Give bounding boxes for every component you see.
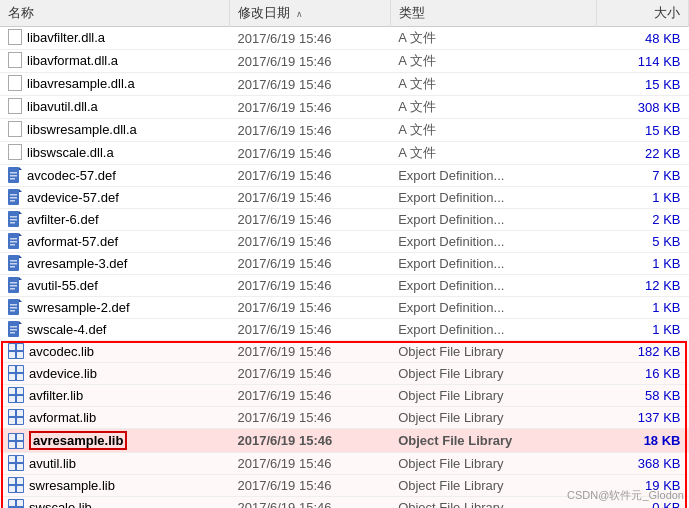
file-size-cell: 1 KB <box>597 253 689 275</box>
table-row[interactable]: swscale-4.def2017/6/19 15:46Export Defin… <box>0 319 689 341</box>
svg-rect-19 <box>10 244 15 246</box>
table-row[interactable]: avdevice.lib2017/6/19 15:46Object File L… <box>0 363 689 385</box>
file-date-cell: 2017/6/19 15:46 <box>230 209 391 231</box>
svg-rect-46 <box>9 366 15 372</box>
lib-file-icon <box>8 409 24 425</box>
lib-file-icon <box>8 477 24 493</box>
table-row[interactable]: libavformat.dll.a2017/6/19 15:46A 文件114 … <box>0 50 689 73</box>
file-size-cell: 48 KB <box>597 27 689 50</box>
file-size-cell: 114 KB <box>597 50 689 73</box>
file-name-cell[interactable]: avresample.lib <box>0 429 230 452</box>
file-name-cell[interactable]: swresample-2.def <box>0 297 230 317</box>
def-file-icon <box>8 277 22 293</box>
lib-file-icon <box>8 387 24 403</box>
file-name-cell[interactable]: avformat-57.def <box>0 231 230 251</box>
file-name-cell[interactable]: libavutil.dll.a <box>0 96 230 116</box>
file-name-cell[interactable]: avformat.lib <box>0 407 230 427</box>
svg-rect-64 <box>17 442 23 448</box>
file-name-cell[interactable]: avutil.lib <box>0 453 230 473</box>
file-name-cell[interactable]: swscale.lib <box>0 497 230 508</box>
file-type-cell: Object File Library <box>390 497 597 509</box>
file-date-cell: 2017/6/19 15:46 <box>230 363 391 385</box>
table-row[interactable]: swscale.lib2017/6/19 15:46Object File Li… <box>0 497 689 509</box>
table-row[interactable]: avcodec-57.def2017/6/19 15:46Export Defi… <box>0 165 689 187</box>
table-row[interactable]: libavfilter.dll.a2017/6/19 15:46A 文件48 K… <box>0 27 689 50</box>
table-row[interactable]: avfilter-6.def2017/6/19 15:46Export Defi… <box>0 209 689 231</box>
table-row[interactable]: avutil.lib2017/6/19 15:46Object File Lib… <box>0 453 689 475</box>
a-file-icon <box>8 121 22 137</box>
table-row[interactable]: avutil-55.def2017/6/19 15:46Export Defin… <box>0 275 689 297</box>
file-date-cell: 2017/6/19 15:46 <box>230 319 391 341</box>
file-size-cell: 16 KB <box>597 363 689 385</box>
table-row[interactable]: libavutil.dll.a2017/6/19 15:46A 文件308 KB <box>0 96 689 119</box>
table-row[interactable]: avcodec.lib2017/6/19 15:46Object File Li… <box>0 341 689 363</box>
svg-rect-22 <box>10 260 17 262</box>
svg-rect-43 <box>9 352 15 358</box>
svg-rect-59 <box>17 418 23 424</box>
file-type-cell: Export Definition... <box>390 253 597 275</box>
file-name-cell[interactable]: avcodec-57.def <box>0 165 230 185</box>
table-row[interactable]: avfilter.lib2017/6/19 15:46Object File L… <box>0 385 689 407</box>
file-name-cell[interactable]: libswscale.dll.a <box>0 142 230 162</box>
file-type-cell: Object File Library <box>390 453 597 475</box>
file-name-text: avcodec.lib <box>29 344 94 359</box>
lib-file-icon <box>8 365 24 381</box>
file-size-cell: 1 KB <box>597 319 689 341</box>
file-name-text: swscale.lib <box>29 500 92 509</box>
file-name-text: swresample-2.def <box>27 300 130 315</box>
file-size-cell: 12 KB <box>597 275 689 297</box>
table-row[interactable]: avformat-57.def2017/6/19 15:46Export Def… <box>0 231 689 253</box>
lib-file-icon <box>8 499 24 508</box>
file-name-text: avformat-57.def <box>27 234 118 249</box>
column-header-size[interactable]: 大小 <box>597 0 689 27</box>
svg-rect-27 <box>10 282 17 284</box>
file-name-cell[interactable]: avresample-3.def <box>0 253 230 273</box>
file-name-cell[interactable]: libavformat.dll.a <box>0 50 230 70</box>
file-name-cell[interactable]: swresample.lib <box>0 475 230 495</box>
table-row[interactable]: swresample.lib2017/6/19 15:46Object File… <box>0 475 689 497</box>
svg-rect-77 <box>17 500 23 506</box>
def-file-icon <box>8 321 22 337</box>
column-header-date[interactable]: 修改日期 ∧ <box>230 0 391 27</box>
lib-file-icon <box>8 455 24 471</box>
svg-rect-52 <box>17 388 23 394</box>
file-size-cell: 137 KB <box>597 407 689 429</box>
file-name-cell[interactable]: avdevice.lib <box>0 363 230 383</box>
file-name-cell[interactable]: swscale-4.def <box>0 319 230 339</box>
table-row[interactable]: avdevice-57.def2017/6/19 15:46Export Def… <box>0 187 689 209</box>
table-row[interactable]: libswresample.dll.a2017/6/19 15:46A 文件15… <box>0 119 689 142</box>
file-name-cell[interactable]: avfilter-6.def <box>0 209 230 229</box>
svg-rect-47 <box>17 366 23 372</box>
table-row[interactable]: avresample-3.def2017/6/19 15:46Export De… <box>0 253 689 275</box>
svg-marker-6 <box>19 189 22 192</box>
table-row[interactable]: libavresample.dll.a2017/6/19 15:46A 文件15… <box>0 73 689 96</box>
file-name-cell[interactable]: avutil-55.def <box>0 275 230 295</box>
table-row[interactable]: libswscale.dll.a2017/6/19 15:46A 文件22 KB <box>0 142 689 165</box>
column-header-name[interactable]: 名称 <box>0 0 230 27</box>
file-size-cell: 15 KB <box>597 119 689 142</box>
svg-rect-41 <box>9 344 15 350</box>
file-name-cell[interactable]: libswresample.dll.a <box>0 119 230 139</box>
sort-arrow-icon: ∧ <box>296 9 303 19</box>
file-date-cell: 2017/6/19 15:46 <box>230 341 391 363</box>
file-type-cell: Export Definition... <box>390 231 597 253</box>
file-type-cell: A 文件 <box>390 96 597 119</box>
file-size-cell: 308 KB <box>597 96 689 119</box>
table-row[interactable]: swresample-2.def2017/6/19 15:46Export De… <box>0 297 689 319</box>
file-type-cell: Object File Library <box>390 363 597 385</box>
file-name-cell[interactable]: avfilter.lib <box>0 385 230 405</box>
svg-marker-1 <box>19 167 22 170</box>
file-name-cell[interactable]: avdevice-57.def <box>0 187 230 207</box>
table-row[interactable]: avformat.lib2017/6/19 15:46Object File L… <box>0 407 689 429</box>
table-row[interactable]: avresample.lib2017/6/19 15:46Object File… <box>0 429 689 453</box>
file-name-cell[interactable]: libavresample.dll.a <box>0 73 230 93</box>
a-file-icon <box>8 144 22 160</box>
column-header-type[interactable]: 类型 <box>390 0 597 27</box>
file-name-text: avcodec-57.def <box>27 168 116 183</box>
file-name-cell[interactable]: libavfilter.dll.a <box>0 27 230 47</box>
file-name-text: avdevice.lib <box>29 366 97 381</box>
svg-marker-26 <box>19 277 22 280</box>
svg-rect-63 <box>9 442 15 448</box>
lib-file-icon <box>8 433 24 449</box>
file-name-cell[interactable]: avcodec.lib <box>0 341 230 361</box>
